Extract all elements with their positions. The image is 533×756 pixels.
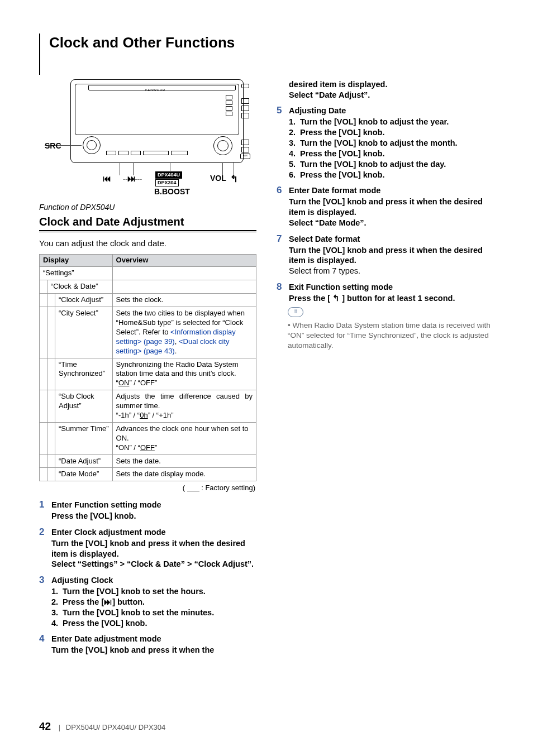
step-3: 3 Adjusting Clock 1.Turn the [VOL] knob … [39,575,256,628]
step-text: Press the [ ↰ ] button for at least 1 se… [289,293,494,304]
step-2: 2 Enter Clock adjustment mode Turn the [… [39,527,256,570]
model-badge-2: DPX304 [155,179,179,187]
step-number: 8 [277,282,284,304]
src-knob-icon [83,136,101,154]
substep: 5.Turn the [VOL] knob to adjust the day. [289,159,494,170]
table-row: “City Select” Sets the two cities to be … [40,307,256,358]
callout-bboost: B.BOOST [154,186,190,197]
step-text: Turn the [VOL] knob and press it when th… [289,197,494,218]
cell-overview [112,267,256,280]
step-title: Enter Clock adjustment mode [51,527,256,538]
notes-list: When Radio Data System station time data… [277,320,494,351]
chevron-right-icon: > [120,559,124,568]
step-number: 5 [277,106,284,180]
eject-button-icon [241,84,249,88]
cell-display: “Settings” [40,267,113,280]
cell-display: “Date Adjust” [55,454,113,468]
step-text: Select “Settings” > “Clock & Date” > “Cl… [51,559,256,570]
section-rule [39,230,256,232]
cell-overview [112,280,256,294]
table-row: “Date Adjust” Sets the date. [40,454,256,468]
note-icon: ⠿ [288,307,303,317]
substep: 2.Press the [VOL] knob. [289,127,494,138]
step-subtext: Select from 7 types. [289,266,494,276]
table-row: “Clock & Date” [40,280,256,294]
cell-overview: Sets the two cities to be displayed when… [112,307,256,358]
cell-display: “City Select” [55,307,113,358]
table-row: “Settings” [40,267,256,280]
step-title: Enter Function setting mode [51,500,256,510]
cell-overview: Synchronizing the Radio Data System stat… [112,358,256,390]
cell-display: “Summer Time” [55,422,113,454]
step-text: Turn the [VOL] knob and press it when th… [51,538,256,559]
section-intro: You can adjust the clock and date. [39,238,256,249]
settings-table: Display Overview “Settings” “Clock & Dat… [39,254,256,481]
factory-setting-note: ( : Factory setting) [39,484,255,493]
cell-display: “Date Mode” [55,468,113,481]
step-number: 4 [39,634,47,655]
device-figure: AUX KENWOOD ~~~~~~~~ SRC ⏮ ⏭ VOL ↰ [45,79,257,185]
table-header-row: Display Overview [40,255,256,267]
substep: 1.Turn the [VOL] knob to adjust the year… [289,117,494,127]
side-buttons [241,98,249,118]
step-title: Adjusting Date [289,106,494,116]
substep: 4.Press the [VOL] knob. [51,618,256,629]
substep: 2.Press the [⏭] button. [51,597,256,607]
page-title: Clock and Other Functions [49,34,494,52]
cell-overview: Sets the date display mode. [112,468,256,481]
step-8: 8 Exit Function setting mode Press the [… [277,282,494,304]
step-1: 1 Enter Function setting mode Press the … [39,500,256,521]
step-number: 1 [39,500,47,521]
side-buttons-lower [241,140,249,152]
function-of-label: Function of DPX504U [39,202,256,212]
cell-overview: Sets the clock. [112,294,256,307]
cell-display: “Clock Adjust” [55,294,113,307]
section-heading: Clock and Date Adjustment [39,214,256,229]
back-icon: ↰ [332,294,340,303]
aux-port-icon: AUX [240,154,250,159]
substep: 4.Press the [VOL] knob. [289,149,494,159]
table-row: “Clock Adjust” Sets the clock. [40,294,256,307]
prev-track-icon: ⏮ [103,173,111,184]
left-column: AUX KENWOOD ~~~~~~~~ SRC ⏮ ⏭ VOL ↰ [39,79,256,655]
step-7: 7 Select Date format Turn the [VOL] knob… [277,234,494,276]
cell-display: “Sub Clock Adjust” [55,390,113,423]
step-text: Select “Date Adjust”. [289,90,494,101]
brand-label: KENWOOD [145,88,165,93]
step-6: 6 Enter Date format mode Turn the [VOL] … [277,185,494,228]
step-text: desired item is displayed. [289,79,494,90]
page-footer: 42 | DPX504U/ DPX404U/ DPX304 [39,720,165,734]
page-number: 42 [39,720,51,732]
vol-knob-icon [213,136,232,155]
cell-display: “Time Synchronized” [55,358,113,390]
button-row [106,151,188,155]
step-text: Turn the [VOL] knob and press it when th… [289,245,494,266]
step-number: 7 [277,234,284,276]
col-overview: Overview [112,255,256,267]
table-row: “Date Mode” Sets the date display mode. [40,468,256,481]
step-title: Enter Date format mode [289,185,494,196]
col-display: Display [40,255,113,267]
model-badge-1: DPX404U [155,171,182,179]
step-number: 3 [39,575,47,628]
step-number: 2 [39,527,47,570]
cell-overview: Advances the clock one hour when set to … [112,422,256,454]
step-text: Turn the [VOL] knob and press it when th… [51,645,256,655]
step-5: 5 Adjusting Date 1.Turn the [VOL] knob t… [277,106,494,180]
substep: 3.Turn the [VOL] knob to adjust the mont… [289,138,494,149]
step-number: 6 [277,185,284,228]
table-row: “Time Synchronized” Synchronizing the Ra… [40,358,256,390]
substep: 1.Turn the [VOL] knob to set the hours. [51,586,256,597]
callout-src: SRC [45,141,61,151]
display-area [84,95,235,132]
step-title: Adjusting Clock [51,575,256,586]
note-item: When Radio Data System station time data… [288,320,494,351]
step-4: 4 Enter Date adjustment mode Turn the [V… [39,634,256,655]
cell-overview: Adjusts the time difference caused by su… [112,390,256,423]
cell-display: “Clock & Date” [47,280,113,294]
step-title: Select Date format [289,234,494,245]
step-text: Press the [VOL] knob. [51,511,256,521]
step-text: Select “Date Mode”. [289,218,494,228]
step-title: Enter Date adjustment mode [51,634,256,644]
step-title: Exit Function setting mode [289,282,494,293]
